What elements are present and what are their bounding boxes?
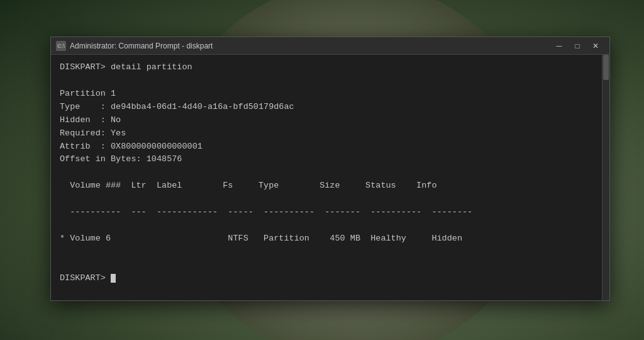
terminal-output[interactable]: DISKPART> detail partition Partition 1 T… [51,55,602,300]
type-line: Type : de94bba4-06d1-4d40-a16a-bfd50179d… [60,102,294,111]
command-line: DISKPART> detail partition [60,62,192,72]
blank-line-1 [60,76,65,85]
close-button[interactable]: ✕ [587,37,604,55]
table-header: Volume ### Ltr Label Fs Type Size Status… [60,179,593,193]
app-icon: C:\ [56,41,66,51]
titlebar: C:\ Administrator: Command Prompt - disk… [51,37,609,55]
table-row-1: * Volume 6 NTFS Partition 450 MB Healthy… [60,232,593,246]
minimize-button[interactable]: ─ [550,37,568,55]
hidden-line: Hidden : No [60,115,121,125]
scrollbar-thumb[interactable] [603,55,609,80]
attrib-line: Attrib : 0X8000000000000001 [60,142,203,151]
offset-line: Offset in Bytes: 1048576 [60,154,182,164]
required-line: Required: Yes [60,128,126,138]
window-title: Administrator: Command Prompt - diskpart [70,42,550,50]
maximize-button[interactable]: □ [569,37,586,55]
blank-line-3 [60,260,65,269]
prompt-line: DISKPART> [60,273,111,283]
app-icon-text: C:\ [57,43,65,49]
command-prompt-window: C:\ Administrator: Command Prompt - disk… [50,37,610,301]
partition-header: Partition 1 [60,89,116,98]
blank-line-2 [60,167,65,177]
content-area: DISKPART> detail partition Partition 1 T… [51,55,609,300]
table-separator: ---------- --- ------------ ----- ------… [60,206,593,219]
scrollbar[interactable] [602,55,609,300]
cursor [111,274,116,283]
window-controls: ─ □ ✕ [550,37,604,55]
